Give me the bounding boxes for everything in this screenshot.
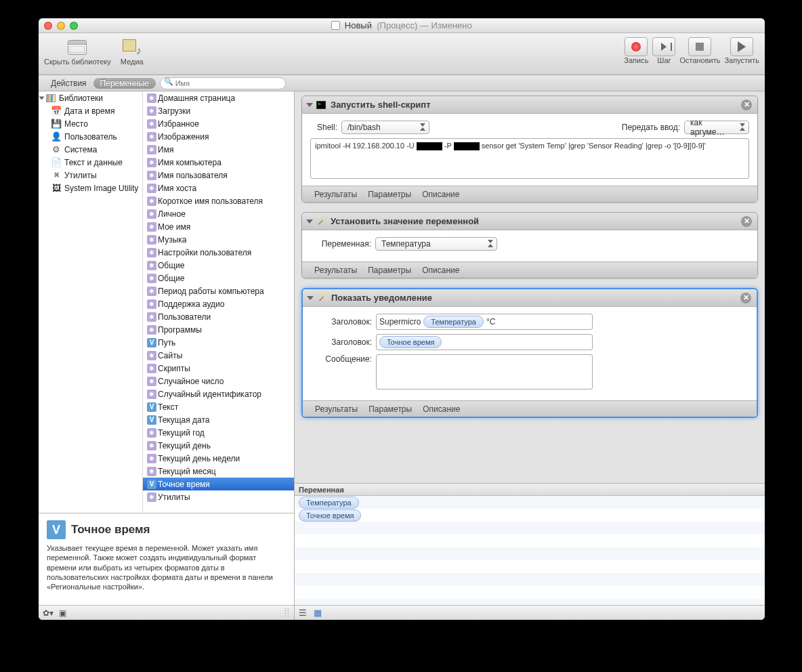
description-title: Точное время [71,523,150,537]
notification-subtitle-input[interactable]: Точное время [376,334,593,350]
variable-item[interactable]: Утилиты [143,490,294,503]
variable-item[interactable]: Личное [143,207,294,220]
variable-row[interactable]: Температура [295,496,765,509]
variable-item[interactable]: Случайное число [143,375,294,387]
gear-icon [147,196,156,206]
variable-item[interactable]: Загрузки [143,104,294,117]
category-Текст и данные[interactable]: Текст и данные [39,156,142,169]
toggle-description-button[interactable]: ▣ [59,608,66,618]
category-Дата и время[interactable]: Дата и время [39,104,142,117]
variable-item[interactable]: Пользователи [143,310,294,323]
variables-table[interactable]: Переменная ТемператураТочное время [295,483,765,605]
variable-item[interactable]: Общие [143,259,294,272]
category-Библиотеки[interactable]: Библиотеки [39,91,142,104]
variable-item[interactable]: Имя пользователя [143,169,294,182]
category-list[interactable]: БиблиотекиДата и времяМестоПользовательС… [39,91,143,513]
run-button[interactable]: Запустить [724,37,759,64]
variable-item[interactable]: Текущий день [143,439,294,452]
hide-library-button[interactable]: Скрыть библиотеку [44,37,111,66]
tab-params[interactable]: Параметры [368,266,411,275]
variable-item[interactable]: VТочное время [143,478,294,490]
record-button[interactable]: Запись [624,37,648,64]
description-text: Указывает текущее время в переменной. Мо… [47,543,286,591]
workflow-canvas[interactable]: Запустить shell-скрипт ✕ Shell: /bin/bas… [295,91,765,483]
variable-item[interactable]: Короткое имя пользователя [143,194,294,207]
variable-item[interactable]: Период работы компьютера [143,285,294,297]
variable-item[interactable]: VТекущая дата [143,413,294,426]
variable-item[interactable]: Имя хоста [143,182,294,194]
tab-params[interactable]: Параметры [368,190,411,199]
disclosure-icon[interactable] [307,296,314,300]
variable-item[interactable]: Общие [143,272,294,285]
zoom-window-button[interactable] [70,22,78,30]
notification-title-input[interactable]: Supermicro Температура °C [376,314,593,330]
tab-description[interactable]: Описание [422,266,459,275]
variable-item[interactable]: Текущий день недели [143,452,294,465]
tab-results[interactable]: Результаты [315,404,358,414]
variable-item[interactable]: Текущий год [143,426,294,439]
action-run-shell-script[interactable]: Запустить shell-скрипт ✕ Shell: /bin/bas… [301,96,758,203]
action-show-notification[interactable]: Показать уведомление ✕ Заголовок: Superm… [301,288,758,418]
shell-select[interactable]: /bin/bash [341,121,429,134]
variable-item[interactable]: Имя компьютера [143,156,294,169]
disclosure-icon[interactable] [306,219,313,224]
variable-item[interactable]: Скрипты [143,362,294,375]
variable-item[interactable]: Изображения [143,130,294,143]
variable-row[interactable]: Точное время [295,509,765,522]
category-System Image Utility[interactable]: System Image Utility [39,182,142,194]
gear-icon [147,492,156,502]
action-set-variable[interactable]: Установить значение переменной ✕ Перемен… [301,212,758,278]
user-icon [51,131,62,142]
pass-input-select[interactable]: как аргуме… [684,121,749,134]
minimize-window-button[interactable] [57,22,65,30]
view-variables-button[interactable]: ▦ [314,608,322,618]
category-Пользователь[interactable]: Пользователь [39,130,142,143]
step-button[interactable]: Шаг [652,37,675,64]
variable-item[interactable]: Сайты [143,349,294,362]
remove-action-button[interactable]: ✕ [741,100,752,110]
remove-action-button[interactable]: ✕ [741,216,752,227]
app-icon [51,183,62,194]
segment-variables[interactable]: Переменные [93,78,156,89]
media-button[interactable]: Медиа [121,37,144,66]
tab-results[interactable]: Результаты [314,190,357,199]
tab-params[interactable]: Параметры [368,404,412,414]
variable-item[interactable]: Мое имя [143,220,294,233]
variable-list[interactable]: Домашняя страницаЗагрузкиИзбранноеИзобра… [143,91,294,513]
stop-button[interactable]: Остановить [679,37,720,64]
variable-pill-temperature[interactable]: Температура [423,316,484,328]
doc-state: — Изменено [420,20,472,30]
variable-select[interactable]: Температура [375,237,497,251]
close-window-button[interactable] [44,22,52,30]
notification-message-input[interactable] [376,354,593,390]
variable-item[interactable]: VТекст [143,400,294,413]
variable-item[interactable]: Музыка [143,233,294,246]
variable-item[interactable]: Избранное [143,117,294,130]
resize-handle-icon[interactable]: ⦙⦙ [284,607,290,619]
view-list-button[interactable]: ☰ [299,608,307,618]
library-icon [46,94,56,102]
disclosure-icon[interactable] [306,103,313,107]
tab-description[interactable]: Описание [422,190,459,199]
remove-action-button[interactable]: ✕ [740,293,751,303]
segment-actions[interactable]: Действия [44,78,93,89]
variable-item[interactable]: Домашняя страница [143,91,294,104]
category-Система[interactable]: Система [39,143,142,156]
variable-item[interactable]: VПуть [143,336,294,349]
variable-pill-time[interactable]: Точное время [379,336,442,348]
search-input[interactable] [160,77,286,89]
variable-item[interactable]: Текущий месяц [143,465,294,478]
variable-item[interactable]: Программы [143,323,294,336]
variable-item[interactable]: Случайный идентификатор [143,387,294,400]
variable-item[interactable]: Поддержка аудио [143,297,294,310]
category-Утилиты[interactable]: Утилиты [39,169,142,182]
gear-menu-button[interactable]: ✿▾ [43,608,54,618]
tab-results[interactable]: Результаты [314,266,357,275]
shell-script-textarea[interactable]: ipmitool -H 192.168.200.10 -U -P sensor … [310,138,749,179]
variable-item[interactable]: Настройки пользователя [143,246,294,259]
tab-description[interactable]: Описание [423,404,460,414]
variable-pill[interactable]: Температура [299,497,359,509]
variable-item[interactable]: Имя [143,143,294,156]
variable-pill[interactable]: Точное время [299,509,361,522]
category-Место[interactable]: Место [39,117,142,130]
